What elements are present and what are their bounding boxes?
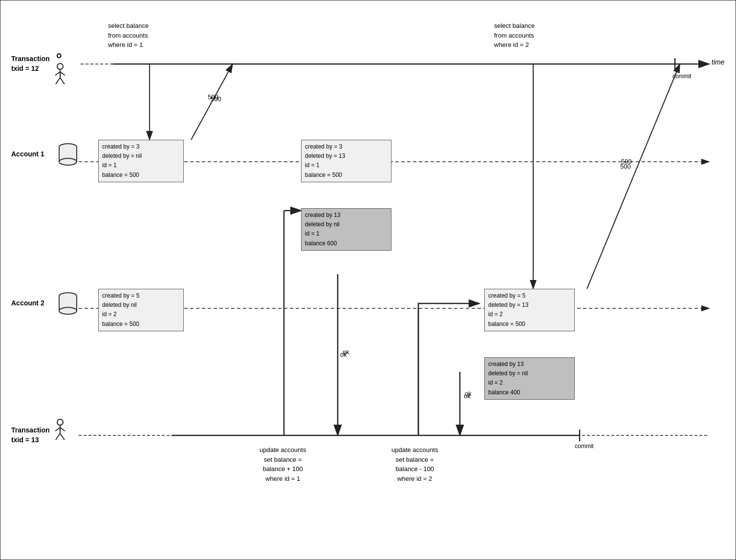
acct1-box2-top-line4: balance = 500: [305, 171, 388, 180]
ok2-positioned: ok: [464, 391, 471, 401]
ok1-positioned: ok: [340, 350, 347, 360]
acct1-cylinder: [58, 142, 78, 168]
acct1-box2-bot-line3: id = 1: [305, 229, 388, 238]
acct2-box2-top: created by = 5 deleted by = 13 id = 2 ba…: [484, 289, 575, 331]
acct1-box2-bot: created by 13 deleted by nil id = 1 bala…: [301, 208, 391, 251]
acct1-box1-line1: created by = 3: [102, 142, 180, 151]
acct2-box2-bot-line4: balance 400: [488, 388, 571, 397]
svg-point-36: [57, 419, 63, 425]
acct2-box2-top-line2: deleted by = 13: [488, 301, 571, 310]
acct2-box2-top-line3: id = 2: [488, 310, 571, 319]
acct1-box2-bot-line1: created by 13: [305, 211, 388, 220]
acct2-box1-line2: deleted by nil: [102, 301, 180, 310]
update1-label: update accounts set balance = balance + …: [260, 445, 306, 483]
select1-label: select balance from accounts where id = …: [108, 21, 149, 50]
svg-line-39: [60, 428, 65, 431]
return-val-500-q2: 500: [620, 162, 631, 172]
tx13-label: Transaction txid = 13: [11, 426, 50, 445]
svg-line-23: [60, 72, 65, 75]
select2-label: select balance from accounts where id = …: [494, 21, 535, 50]
acct2-label: Account 2: [11, 299, 44, 308]
svg-point-35: [59, 307, 77, 314]
acct1-box1-line2: deleted by = nil: [102, 151, 180, 161]
acct2-cylinder: [58, 291, 78, 317]
acct1-label: Account 1: [11, 150, 44, 159]
acct2-box1-line3: id = 2: [102, 310, 180, 319]
acct1-box2-bot-line2: deleted by nil: [305, 220, 388, 229]
svg-line-40: [56, 433, 60, 440]
acct2-box2-bot-line1: created by 13: [488, 360, 571, 369]
acct1-box1-line3: id = 1: [102, 161, 180, 170]
acct1-box2-top-line2: deleted by = 13: [305, 151, 388, 161]
acct1-box1-line4: balance = 500: [102, 171, 180, 180]
svg-line-24: [56, 78, 60, 84]
acct2-box1: created by = 5 deleted by nil id = 2 bal…: [98, 289, 184, 331]
time-label: time: [712, 58, 724, 66]
acct1-box1: created by = 3 deleted by = nil id = 1 b…: [98, 140, 184, 182]
acct2-box2-bot-line3: id = 2: [488, 378, 571, 388]
commit13-label: commit: [575, 443, 594, 450]
svg-line-41: [60, 433, 65, 440]
tx12-figure: ⚬: [53, 49, 67, 85]
update2-label: update accounts set balance = balance - …: [391, 445, 438, 483]
svg-line-25: [60, 78, 65, 84]
acct2-box2-top-line4: balance = 500: [488, 320, 571, 329]
acct1-box2-top-line1: created by = 3: [305, 142, 388, 151]
svg-point-30: [59, 158, 77, 165]
acct2-box1-line4: balance = 500: [102, 320, 180, 329]
acct2-box2-top-line1: created by = 5: [488, 291, 571, 301]
acct2-box2-bot-line2: deleted by = nil: [488, 369, 571, 378]
diagram-svg: [0, 0, 736, 560]
diagram: Transaction txid = 12 ⚬ Account 1 Accoun…: [0, 0, 736, 560]
svg-line-17: [587, 64, 680, 289]
commit12-label: commit: [672, 73, 692, 80]
return-val-500-q1: 500: [211, 94, 221, 104]
tx12-label: Transaction txid = 12: [11, 54, 50, 73]
acct1-box2-top: created by = 3 deleted by = 13 id = 1 ba…: [301, 140, 391, 182]
svg-line-22: [55, 72, 60, 75]
svg-line-38: [55, 428, 60, 431]
tx13-figure: [53, 419, 67, 440]
acct1-box2-bot-line4: balance 600: [305, 239, 388, 248]
acct2-box1-line1: created by = 5: [102, 291, 180, 301]
svg-point-20: [57, 64, 63, 69]
acct2-box2-bot: created by 13 deleted by = nil id = 2 ba…: [484, 357, 575, 400]
acct1-box2-top-line3: id = 1: [305, 161, 388, 170]
